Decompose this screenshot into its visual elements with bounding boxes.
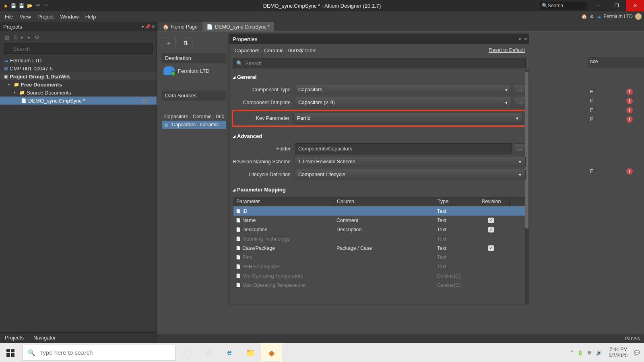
toolbar-compile-icon[interactable]: ▸ <box>28 34 31 40</box>
tray-volume-icon[interactable]: 🔊 <box>596 350 602 356</box>
save-icon[interactable]: 💾 <box>10 2 17 9</box>
header-column[interactable]: Column <box>334 197 435 206</box>
grid-row[interactable]: F! <box>588 96 644 105</box>
tray-network-icon[interactable]: 🖥 <box>587 350 592 356</box>
component-type-dropdown[interactable]: Capacitors▼ <box>295 84 512 95</box>
header-parameter[interactable]: Parameter <box>234 197 334 206</box>
reset-to-default-link[interactable]: Reset to Default <box>489 47 525 53</box>
taskbar-search-input[interactable]: 🔍Type here to search <box>23 345 175 361</box>
home-icon[interactable]: 🏠 <box>581 14 587 19</box>
toolbar-folder-icon[interactable]: ▸ <box>21 34 24 40</box>
add-button[interactable]: ＋ <box>162 37 175 49</box>
tray-clock[interactable]: 7:44 PM 5/7/2020 <box>606 347 630 358</box>
component-type-more-button[interactable]: ⋯ <box>514 84 526 95</box>
checkbox-checked-icon[interactable]: ✓ <box>488 227 494 232</box>
tab-demo-sync[interactable]: 📄DEMO_sync.CmpSync * <box>202 22 274 31</box>
tree-free-documents[interactable]: ▾📁Free Documents <box>0 80 157 88</box>
panels-button[interactable]: Panels <box>625 336 640 341</box>
section-advanced[interactable]: ◢Advanced <box>232 131 529 142</box>
table-row[interactable]: 📄Max Operating TemperatureCelsius(C) <box>233 280 526 290</box>
menu-file[interactable]: File <box>2 12 17 21</box>
component-template-dropdown[interactable]: Capacitors (v. 9)▼ <box>295 97 512 108</box>
save-all-icon[interactable]: 💾 <box>19 2 25 9</box>
grid-row[interactable]: F! <box>588 167 644 176</box>
revision-scheme-dropdown[interactable]: 1-Level Revision Scheme▼ <box>295 156 526 167</box>
data-source-table[interactable]: ▦'Capacitors - Ceramic <box>162 121 226 129</box>
tray-battery-icon[interactable]: 🔋 <box>577 350 583 356</box>
tab-navigator[interactable]: Navigator <box>29 333 61 342</box>
lifecycle-dropdown[interactable]: Component Lifecycle▼ <box>295 169 526 180</box>
checkbox-checked-icon[interactable]: ✓ <box>488 218 494 223</box>
file-explorer-icon[interactable]: 📁 <box>240 343 261 362</box>
tree-workspace[interactable]: ☁Fermium LTD <box>0 56 157 64</box>
tray-chevron-icon[interactable]: ˄ <box>571 350 573 356</box>
menu-window[interactable]: Window <box>57 12 82 21</box>
panel-pin-icon[interactable]: 📌 <box>145 24 151 29</box>
grid-row[interactable]: F! <box>588 87 644 96</box>
header-revision[interactable]: Revision <box>473 197 510 206</box>
table-row[interactable]: 📄Min Operating TemperatureCelsius(C) <box>233 271 526 280</box>
gear-icon[interactable]: ⚙ <box>590 14 594 19</box>
folder-browse-button[interactable]: ⋯ <box>514 143 526 154</box>
tab-home-page[interactable]: 🏠Home Page <box>159 22 202 31</box>
panel-dropdown-icon[interactable]: ▾ <box>142 24 144 29</box>
key-parameter-label: Key Parameter <box>235 115 293 121</box>
close-button[interactable]: ✕ <box>626 0 644 11</box>
section-parameter-mapping[interactable]: ◢Parameter Mapping <box>232 184 529 195</box>
maximize-button[interactable]: ❐ <box>608 0 626 11</box>
data-source-item[interactable]: Capacitors - Ceramic - 060 <box>162 113 226 121</box>
cortana-icon[interactable]: ◯ <box>177 343 198 362</box>
projects-search-input[interactable] <box>4 43 153 54</box>
undo-icon[interactable]: ↶ <box>35 2 41 9</box>
component-type-label: Component Type <box>232 87 295 93</box>
minimize-button[interactable]: — <box>590 0 608 11</box>
table-row[interactable]: 📄NameCommentText✓ <box>233 216 526 225</box>
key-parameter-dropdown[interactable]: PartId▼ <box>293 113 523 124</box>
grid-row[interactable]: F! <box>588 105 644 115</box>
properties-search-input[interactable]: 🔍 Search <box>233 58 526 68</box>
tree-project-group[interactable]: ▣Project Group 1.DsnWrk <box>0 72 157 80</box>
data-sources-header: Data Sources <box>162 90 226 101</box>
edge-icon[interactable]: e <box>219 343 240 362</box>
destination-item[interactable]: Fermium LTD <box>162 63 226 78</box>
table-row[interactable]: 📄Case/PackagePackage / CaseText✓ <box>233 243 526 253</box>
tree-source-documents[interactable]: ▾📁Source Documents <box>0 88 157 97</box>
user-avatar-icon[interactable] <box>635 13 642 20</box>
refresh-button[interactable]: ⇅ <box>179 37 192 49</box>
table-row[interactable]: 📄DescriptionDescriptionText✓ <box>233 225 526 234</box>
table-row[interactable]: 📄RoHS CompliantText <box>233 262 526 271</box>
folder-input[interactable]: Components\Capacitors <box>295 143 512 154</box>
redo-icon[interactable]: ↷ <box>43 2 49 9</box>
menu-project[interactable]: Project <box>34 12 57 21</box>
header-type[interactable]: Type <box>435 197 473 206</box>
tab-projects[interactable]: Projects <box>0 333 29 342</box>
start-button[interactable] <box>0 343 21 362</box>
checkbox-checked-icon[interactable]: ✓ <box>488 245 494 251</box>
global-search-input[interactable]: 🔍 Search <box>540 2 586 10</box>
altium-app-icon[interactable]: ◆ <box>261 343 282 362</box>
window-title: DEMO_sync.CmpSync * - Altium Designer (2… <box>263 3 381 9</box>
workspace-name[interactable]: Fermium LTD <box>604 14 633 19</box>
tray-notifications-icon[interactable]: 💬 <box>634 350 640 356</box>
toolbar-project-icon[interactable]: ▥ <box>5 34 10 40</box>
panel-close-icon[interactable]: ✕ <box>151 24 155 29</box>
menu-view[interactable]: View <box>17 12 34 21</box>
table-row[interactable]: 📄IDText <box>233 206 526 216</box>
toolbar-settings-icon[interactable]: ⚙ <box>35 34 39 40</box>
grid-row[interactable]: F! <box>588 115 644 124</box>
properties-panel: Properties ▾ ✕ 'Capacitors - Ceramic - 0… <box>229 34 529 304</box>
vertical-scrollbar[interactable] <box>525 70 529 304</box>
tree-component[interactable]: ▦CMP-001-00047-5 <box>0 64 157 72</box>
component-template-more-button[interactable]: ⋯ <box>514 97 526 108</box>
panel-close-icon[interactable]: ✕ <box>524 37 527 42</box>
menu-help[interactable]: Help <box>82 12 99 21</box>
toolbar-add-icon[interactable]: ⎘ <box>14 34 17 40</box>
table-row[interactable]: 📄Mounting TechnologyText <box>233 234 526 243</box>
task-view-icon[interactable]: ⊞ <box>198 343 219 362</box>
panel-dropdown-icon[interactable]: ▾ <box>519 37 521 42</box>
grid-column-header[interactable]: nce <box>588 57 644 68</box>
section-general[interactable]: ◢General <box>232 72 529 82</box>
table-row[interactable]: 📄PinsText <box>233 253 526 262</box>
open-icon[interactable]: 📂 <box>27 2 33 9</box>
tree-document[interactable]: 📄DEMO_sync.CmpSync *D <box>0 97 157 105</box>
